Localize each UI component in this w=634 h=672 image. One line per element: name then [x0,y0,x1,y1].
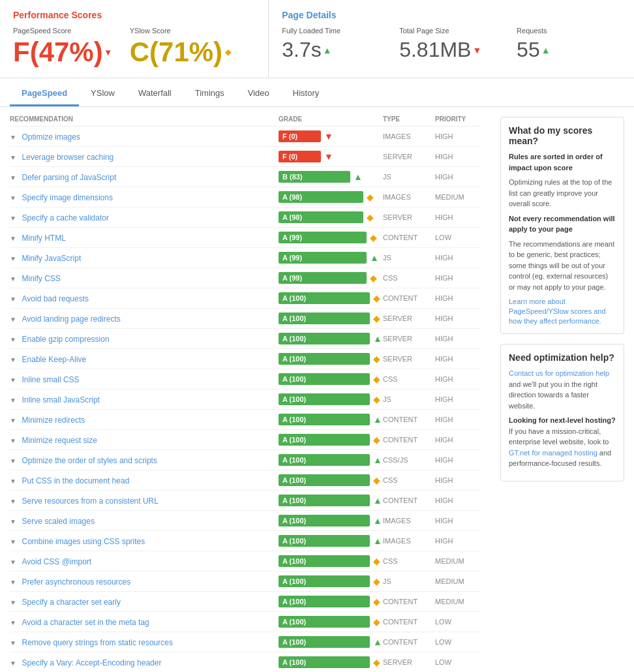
table-row: ▼ Remove query strings from static resou… [10,632,481,652]
row-recommendation: ▼ Combine images using CSS sprites [10,536,279,546]
tab-video[interactable]: Video [236,82,281,106]
sidebar-box1-link[interactable]: Learn more about PageSpeed/YSlow scores … [509,298,606,325]
table-row: ▼ Defer parsing of JavaScript B (83) ▲ J… [10,167,481,187]
grade-bar: A (100) [279,575,370,587]
recommendation-link[interactable]: Serve scaled images [22,517,95,526]
table-row: ▼ Enable Keep-Alive A (100) ◆ SERVER HIG… [10,349,481,369]
recommendation-link[interactable]: Minify JavaScript [22,254,82,263]
row-type: CSS [383,476,435,484]
yslow-value: C(71%) ◆ [130,37,231,68]
row-priority: HIGH [435,375,481,383]
caret-icon: ▼ [10,478,16,485]
row-recommendation: ▼ Leverage browser caching [10,152,279,162]
recommendation-link[interactable]: Avoid landing page redirects [22,314,121,324]
caret-icon: ▼ [10,639,16,647]
grade-indicator: ◆ [370,273,377,283]
recommendation-link[interactable]: Put CSS in the document head [22,476,130,485]
row-type: CONTENT [383,496,435,504]
row-priority: HIGH [435,314,481,322]
recommendation-link[interactable]: Minimize request size [22,436,97,445]
recommendation-link[interactable]: Defer parsing of JavaScript [22,173,117,182]
recommendation-link[interactable]: Serve resources from a consistent URL [22,496,158,506]
recommendation-link[interactable]: Specify a Vary: Accept-Encoding header [22,658,162,667]
yslow-label: YSlow Score [130,27,231,35]
row-recommendation: ▼ Remove query strings from static resou… [10,637,279,647]
recommendation-link[interactable]: Enable Keep-Alive [22,355,87,364]
row-recommendation: ▼ Inline small JavaScript [10,395,279,405]
recommendation-link[interactable]: Specify a cache validator [22,213,109,222]
recommendation-link[interactable]: Minify HTML [22,234,66,243]
recommendation-link[interactable]: Minify CSS [22,274,61,283]
sidebar-box2-title: Need optimization help? [509,352,616,363]
tab-yslow[interactable]: YSlow [79,82,127,106]
recommendation-link[interactable]: Combine images using CSS sprites [22,537,145,546]
tab-waterfall[interactable]: Waterfall [127,82,183,106]
table-row: ▼ Avoid bad requests A (100) ◆ CONTENT H… [10,288,481,309]
recommendation-link[interactable]: Remove query strings from static resourc… [22,638,173,647]
row-recommendation: ▼ Defer parsing of JavaScript [10,172,279,182]
recommendation-link[interactable]: Leverage browser caching [22,153,114,162]
caret-icon: ▼ [10,215,16,222]
recommendation-link[interactable]: Inline small CSS [22,375,80,384]
row-type: JS [383,577,435,585]
pagespeed-trend: ▾ [106,47,110,57]
loaded-label: Fully Loaded Time [282,27,386,35]
grade-bar: A (100) [279,414,370,425]
col-header-priority: PRIORITY [435,115,481,123]
caret-icon: ▼ [10,134,16,141]
row-priority: HIGH [435,173,481,181]
row-type: IMAGES [383,517,435,525]
recommendation-link[interactable]: Specify a character set early [22,598,121,607]
grade-bar: A (100) [279,596,370,607]
row-recommendation: ▼ Avoid a character set in the meta tag [10,617,279,627]
recommendation-link[interactable]: Avoid CSS @import [22,557,92,566]
sidebar-box2-link1[interactable]: Contact us for optimization help [509,369,609,377]
page-size-item: Total Page Size 5.81MB ▼ [399,27,504,62]
row-priority: MEDIUM [435,557,481,565]
row-type: CSS [383,557,435,565]
recommendation-link[interactable]: Prefer asynchronous resources [22,577,131,587]
recommendation-link[interactable]: Minimize redirects [22,416,85,425]
recommendation-link[interactable]: Specify image dimensions [22,193,113,202]
row-priority: HIGH [435,294,481,302]
row-type: SERVER [383,335,435,343]
row-type: IMAGES [383,537,435,545]
row-priority: HIGH [435,517,481,525]
recommendation-link[interactable]: Avoid bad requests [22,294,89,303]
recommendation-link[interactable]: Avoid a character set in the meta tag [22,618,149,627]
grade-bar: A (100) [279,333,370,344]
grade-indicator: ▼ [324,131,333,142]
grade-indicator: ◆ [373,617,380,627]
grade-indicator: ◆ [367,212,374,222]
recommendation-link[interactable]: Optimize the order of styles and scripts [22,456,157,465]
grade-indicator: ▲ [373,333,382,344]
recommendation-link[interactable]: Enable gzip compression [22,335,110,344]
grade-indicator: ◆ [367,192,374,202]
row-priority: LOW [435,234,481,241]
requests-value-text: 55 [517,38,540,62]
row-grade: A (100) ▲ [279,495,383,506]
tab-timings[interactable]: Timings [183,82,236,106]
grade-bar: A (100) [279,495,370,506]
recommendation-link[interactable]: Inline small JavaScript [22,395,100,405]
caret-icon: ▼ [10,417,16,424]
table-row: ▼ Specify a character set early A (100) … [10,592,481,612]
grade-bar: A (100) [279,515,370,527]
tab-history[interactable]: History [281,82,331,106]
recommendation-link[interactable]: Optimize images [22,132,80,142]
row-recommendation: ▼ Enable gzip compression [10,334,279,344]
row-type: JS [383,173,435,181]
grade-bar: A (100) [279,292,370,304]
row-priority: MEDIUM [435,598,481,605]
tab-pagespeed[interactable]: PageSpeed [10,82,79,106]
row-priority: HIGH [435,476,481,484]
row-recommendation: ▼ Specify a Vary: Accept-Encoding header [10,658,279,667]
table-row: ▼ Optimize images F (0) ▼ IMAGES HIGH [10,127,481,147]
grade-indicator: ◆ [373,354,380,364]
grade-bar: F (0) [279,130,321,142]
sidebar-box2-link2[interactable]: GT.net for managed hosting [509,449,597,457]
grade-indicator: ▲ [373,495,382,506]
caret-icon: ▼ [10,235,16,242]
caret-icon: ▼ [10,154,16,161]
row-grade: A (100) ▲ [279,636,383,648]
